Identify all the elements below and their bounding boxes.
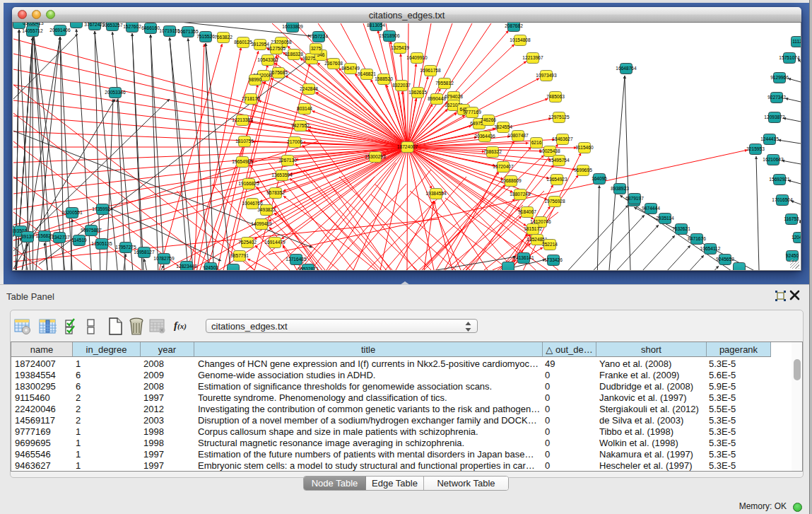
svg-text:1527602: 1527602 <box>123 24 141 29</box>
svg-text:7386322: 7386322 <box>483 149 502 154</box>
svg-text:98990: 98990 <box>249 77 262 82</box>
svg-text:14055712: 14055712 <box>22 28 43 33</box>
svg-text:114519: 114519 <box>71 238 87 243</box>
svg-text:19756928: 19756928 <box>544 199 565 204</box>
svg-text:9578352: 9578352 <box>266 190 285 195</box>
svg-text:9127505: 9127505 <box>267 46 286 51</box>
svg-text:7485063: 7485063 <box>546 94 565 99</box>
svg-text:8454749: 8454749 <box>341 66 360 71</box>
svg-text:12823448: 12823448 <box>176 264 197 269</box>
svg-text:16033809: 16033809 <box>282 24 303 29</box>
svg-text:6466160: 6466160 <box>141 25 160 30</box>
svg-text:9427552: 9427552 <box>291 123 310 128</box>
svg-text:10807487: 10807487 <box>507 133 529 138</box>
svg-text:6794028: 6794028 <box>445 94 463 99</box>
svg-text:20691406: 20691406 <box>49 28 71 33</box>
svg-text:2087682: 2087682 <box>505 23 523 28</box>
svg-text:12975125: 12975125 <box>548 115 570 119</box>
svg-text:7357224: 7357224 <box>310 34 328 39</box>
svg-text:10025438: 10025438 <box>539 148 560 153</box>
svg-text:39139: 39139 <box>21 234 35 239</box>
svg-text:12505135: 12505135 <box>91 241 112 246</box>
svg-text:19166825: 19166825 <box>238 181 259 186</box>
svg-text:16409910: 16409910 <box>406 55 428 60</box>
svg-text:16914479: 16914479 <box>264 240 286 245</box>
svg-text:2367608: 2367608 <box>324 61 343 66</box>
svg-text:9857791: 9857791 <box>230 253 249 258</box>
svg-text:10653257: 10653257 <box>102 23 123 28</box>
svg-text:2242848: 2242848 <box>300 86 318 91</box>
svg-text:9699695: 9699695 <box>574 168 592 173</box>
svg-text:3493822: 3493822 <box>257 207 276 212</box>
svg-text:15300293: 15300293 <box>365 154 386 159</box>
svg-text:12213383: 12213383 <box>232 117 253 122</box>
svg-text:20053346: 20053346 <box>105 90 126 95</box>
svg-text:10782759: 10782759 <box>153 256 175 261</box>
svg-text:10973493: 10973493 <box>536 73 557 78</box>
svg-text:217006: 217006 <box>287 139 302 144</box>
svg-text:14099489: 14099489 <box>251 221 272 226</box>
svg-text:8938923: 8938923 <box>611 186 629 191</box>
svg-text:18724007: 18724007 <box>397 144 418 149</box>
svg-text:13716485: 13716485 <box>286 257 307 262</box>
svg-text:164095: 164095 <box>592 176 607 181</box>
svg-text:15692921: 15692921 <box>769 177 790 182</box>
svg-text:18807249: 18807249 <box>510 192 531 197</box>
svg-text:10154808: 10154808 <box>510 37 531 42</box>
svg-text:6216: 6216 <box>531 140 542 145</box>
svg-text:7632621: 7632621 <box>672 226 690 231</box>
svg-text:19384554: 19384554 <box>425 191 447 196</box>
svg-text:8186328: 8186328 <box>285 52 303 57</box>
svg-text:1112: 1112 <box>792 39 801 44</box>
svg-text:1325419: 1325419 <box>391 45 409 50</box>
svg-text:92450: 92450 <box>786 253 799 258</box>
svg-text:20364436: 20364436 <box>474 134 495 139</box>
svg-text:9146821: 9146821 <box>358 71 376 76</box>
svg-text:120403: 120403 <box>792 235 801 240</box>
svg-text:16210643: 16210643 <box>763 157 784 162</box>
svg-text:16671355: 16671355 <box>177 29 199 34</box>
svg-text:7515526: 7515526 <box>196 34 215 39</box>
svg-text:16958127: 16958127 <box>134 250 155 255</box>
svg-text:10654112: 10654112 <box>700 246 721 251</box>
svg-text:7955812: 7955812 <box>435 81 454 86</box>
svg-text:803144: 803144 <box>297 106 312 111</box>
svg-text:10688609: 10688609 <box>500 178 522 183</box>
svg-text:2718176: 2718176 <box>242 96 260 101</box>
svg-text:96532871: 96532871 <box>298 267 319 271</box>
svg-text:8990448: 8990448 <box>428 96 446 101</box>
svg-text:15495754: 15495754 <box>548 158 570 163</box>
svg-text:10046766: 10046766 <box>242 201 263 206</box>
svg-text:03056413: 03056413 <box>23 23 44 25</box>
svg-text:12342737: 12342737 <box>49 235 70 240</box>
svg-text:3215953: 3215953 <box>746 146 765 151</box>
svg-text:19654985: 19654985 <box>232 159 253 164</box>
svg-text:15751074: 15751074 <box>779 55 800 60</box>
svg-text:3824554: 3824554 <box>494 124 512 129</box>
svg-text:7625402: 7625402 <box>238 240 257 245</box>
svg-text:9777169: 9777169 <box>463 110 481 115</box>
svg-text:16961758: 16961758 <box>420 68 441 73</box>
svg-text:8660125: 8660125 <box>234 40 252 45</box>
svg-text:746266: 746266 <box>481 117 496 122</box>
svg-text:10543362: 10543362 <box>257 57 278 62</box>
svg-text:9227342: 9227342 <box>767 95 786 100</box>
svg-text:3275: 3275 <box>311 46 322 51</box>
svg-text:6879197: 6879197 <box>625 196 644 201</box>
svg-text:19218906: 19218906 <box>379 33 400 38</box>
svg-text:9184067: 9184067 <box>518 209 536 214</box>
svg-text:99975887: 99975887 <box>81 228 102 233</box>
svg-text:1244415: 1244415 <box>760 136 779 141</box>
svg-text:16648764: 16648764 <box>616 66 637 71</box>
svg-text:12093872: 12093872 <box>764 115 785 119</box>
svg-text:17957275: 17957275 <box>115 245 136 250</box>
svg-text:7663822: 7663822 <box>214 35 233 40</box>
svg-text:1815172: 1815172 <box>524 226 542 231</box>
svg-text:2935114: 2935114 <box>656 216 674 221</box>
svg-text:116753: 116753 <box>784 216 799 221</box>
svg-text:12213967: 12213967 <box>522 55 543 60</box>
svg-text:8471676: 8471676 <box>688 236 706 241</box>
svg-text:15720407: 15720407 <box>493 164 514 169</box>
svg-text:13653594: 13653594 <box>271 173 293 177</box>
svg-text:9115460: 9115460 <box>575 145 594 150</box>
